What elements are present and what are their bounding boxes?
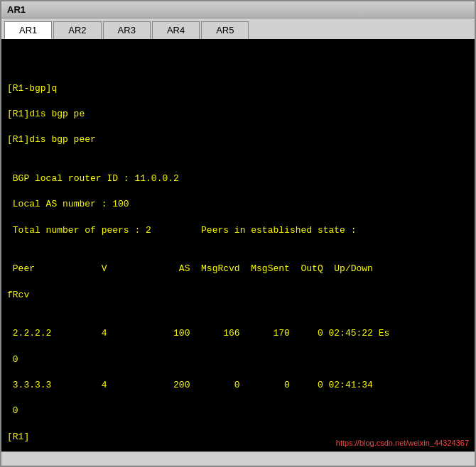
terminal-line: Peer V AS MsgRcvd MsgSent OutQ Up/Down — [7, 263, 469, 275]
terminal-line: BGP local router ID : 11.0.0.2 — [7, 172, 469, 185]
window-title: AR1 — [7, 4, 26, 15]
terminal-line: 0 — [7, 353, 469, 366]
terminal-line: [R1]dis bgp peer — [7, 133, 469, 146]
terminal-output[interactable]: [R1-bgp]q[R1]dis bgp pe[R1]dis bgp peer … — [1, 39, 475, 451]
tab-ar3[interactable]: AR3 — [103, 21, 151, 39]
terminal-line: [R1]dis bgp pe — [7, 108, 469, 121]
terminal-line: [R1] — [7, 431, 469, 444]
terminal-line: 0 — [7, 405, 469, 417]
tab-bar: AR1AR2AR3AR4AR5 — [1, 18, 475, 39]
main-window: AR1 AR1AR2AR3AR4AR5 [R1-bgp]q[R1]dis bgp… — [0, 0, 476, 467]
terminal-line: Local AS number : 100 — [7, 198, 469, 211]
tab-ar2[interactable]: AR2 — [53, 21, 101, 39]
title-bar: AR1 — [1, 1, 475, 18]
terminal-line: [R1-bgp]q — [7, 82, 469, 95]
terminal-line: 3.3.3.3 4 200 0 0 0 02:41:34 — [7, 379, 469, 392]
tab-ar1[interactable]: AR1 — [4, 21, 52, 39]
terminal-line: Total number of peers : 2 Peers in estab… — [7, 224, 469, 237]
terminal-line: 2.2.2.2 4 100 166 170 0 02:45:22 Es — [7, 327, 469, 340]
tab-ar4[interactable]: AR4 — [152, 21, 200, 39]
tab-ar5[interactable]: AR5 — [201, 21, 249, 39]
terminal-line: fRcv — [7, 289, 469, 302]
bottom-bar — [1, 451, 475, 466]
